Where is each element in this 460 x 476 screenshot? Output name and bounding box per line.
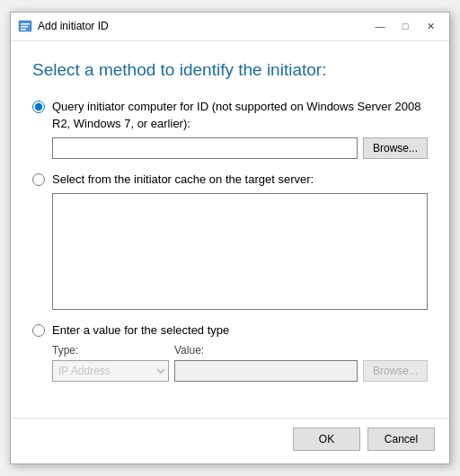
type-value-section: Type: Value: IP Address IQN DNS Name MAC… bbox=[52, 344, 428, 382]
value-label: Value: bbox=[174, 344, 428, 357]
query-input-row: Browse... bbox=[52, 137, 428, 159]
option-value-section: Enter a value for the selected type Type… bbox=[32, 322, 428, 382]
svg-rect-3 bbox=[21, 29, 26, 31]
title-bar: Add initiator ID — □ ✕ bbox=[11, 13, 449, 41]
svg-rect-2 bbox=[21, 26, 28, 28]
maximize-button[interactable]: □ bbox=[394, 17, 417, 35]
type-value-inputs: IP Address IQN DNS Name MAC Address Brow… bbox=[52, 360, 428, 382]
dialog-footer: OK Cancel bbox=[11, 418, 449, 463]
minimize-button[interactable]: — bbox=[368, 17, 392, 35]
dialog-heading: Select a method to identify the initiato… bbox=[32, 59, 428, 82]
dialog-title: Add initiator ID bbox=[38, 20, 368, 32]
type-value-labels: Type: Value: bbox=[52, 344, 428, 357]
title-icon bbox=[18, 19, 32, 33]
option-value-row: Enter a value for the selected type bbox=[32, 322, 428, 339]
option-query-row: Query initiator computer for ID (not sup… bbox=[32, 99, 428, 131]
cache-list[interactable] bbox=[52, 193, 428, 310]
browse-query-button[interactable]: Browse... bbox=[363, 137, 428, 159]
cancel-button[interactable]: Cancel bbox=[367, 428, 435, 451]
close-button[interactable]: ✕ bbox=[419, 17, 442, 35]
option-value-label[interactable]: Enter a value for the selected type bbox=[52, 322, 229, 339]
option-query-section: Query initiator computer for ID (not sup… bbox=[32, 99, 428, 158]
option-cache-row: Select from the initiator cache on the t… bbox=[32, 172, 428, 188]
ok-button[interactable]: OK bbox=[293, 428, 360, 451]
option-cache-radio[interactable] bbox=[32, 173, 45, 186]
option-cache-section: Select from the initiator cache on the t… bbox=[32, 172, 428, 310]
option-query-label[interactable]: Query initiator computer for ID (not sup… bbox=[52, 99, 428, 131]
value-text-input[interactable] bbox=[174, 360, 358, 382]
type-select[interactable]: IP Address IQN DNS Name MAC Address bbox=[52, 360, 169, 382]
svg-rect-1 bbox=[21, 23, 30, 25]
option-query-radio[interactable] bbox=[32, 101, 45, 113]
query-text-input[interactable] bbox=[52, 137, 358, 159]
type-label: Type: bbox=[52, 344, 169, 357]
option-cache-label[interactable]: Select from the initiator cache on the t… bbox=[52, 172, 314, 188]
dialog-body: Select a method to identify the initiato… bbox=[11, 41, 449, 409]
title-bar-controls: — □ ✕ bbox=[368, 17, 442, 35]
option-value-radio[interactable] bbox=[32, 324, 45, 337]
browse-value-button[interactable]: Browse... bbox=[363, 360, 428, 382]
add-initiator-dialog: Add initiator ID — □ ✕ Select a method t… bbox=[10, 12, 450, 464]
